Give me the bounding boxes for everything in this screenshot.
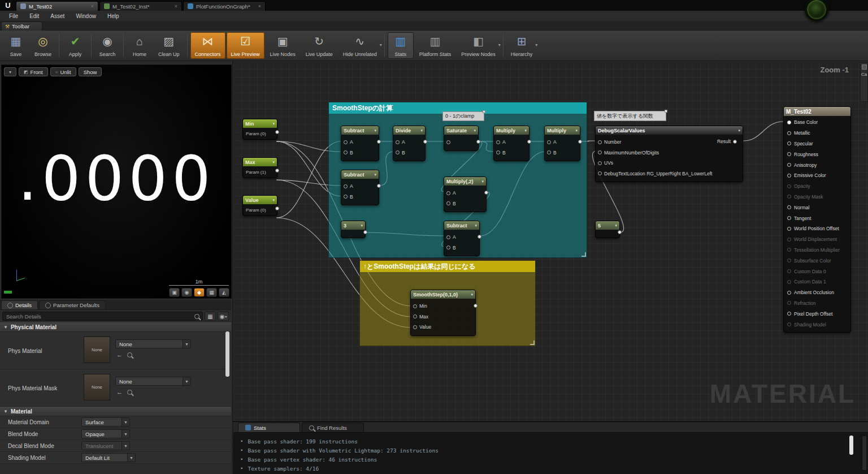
output-pin[interactable] xyxy=(484,191,488,195)
input-pin-a[interactable]: A xyxy=(444,232,479,243)
input-pin[interactable] xyxy=(444,137,478,148)
output-pin[interactable] xyxy=(527,140,531,144)
input-pin-b[interactable]: B xyxy=(393,148,425,158)
output-pin[interactable] xyxy=(423,140,427,144)
comment-0-1-clamp[interactable]: 0 - 1のclamp xyxy=(442,111,484,121)
connectors-button[interactable]: ⋈Connectors xyxy=(190,32,225,59)
output-pin[interactable] xyxy=(275,169,279,173)
viewport-option-icon-5[interactable]: ◭ xyxy=(219,288,229,297)
stats-scrollbar[interactable] xyxy=(862,436,867,471)
menu-help[interactable]: Help xyxy=(102,12,125,20)
input-pin-value[interactable]: Value xyxy=(411,322,475,333)
input-pin-b[interactable]: B xyxy=(444,199,486,209)
save-button[interactable]: ▦Save xyxy=(3,32,29,59)
section-material[interactable]: ▼ Material xyxy=(0,407,231,416)
input-pin-maximumnumberofdigits[interactable]: MaximumNumberOfDigits xyxy=(596,148,743,158)
node-divide[interactable]: Divide▾AB xyxy=(393,126,426,161)
viewport-unlit-button[interactable]: ○Unlit xyxy=(50,67,76,76)
live-nodes-button[interactable]: ▣Live Nodes xyxy=(266,32,300,59)
preview-nodes-button[interactable]: ◧Preview Nodes▾ xyxy=(457,32,500,59)
output-pin[interactable] xyxy=(363,230,367,234)
output-property-tangent[interactable]: Tangent xyxy=(784,213,850,223)
preview-viewport[interactable]: ▾◩Front○UnlitShow .0000 1m ▣◉◆▦◭ xyxy=(1,64,232,299)
browse-button[interactable]: ◎Browse xyxy=(30,32,56,59)
input-pin-debugtextlocation-rg-upperright-ba-lowerleft[interactable]: DebugTextLocation RG_UpperRight BA_Lower… xyxy=(596,169,743,179)
node-3[interactable]: 3▾ xyxy=(341,221,366,238)
details-scrollbar[interactable] xyxy=(225,331,229,377)
output-property-world-position-offset[interactable]: World Position Offset xyxy=(784,223,850,234)
output-property-ambient-occlusion[interactable]: Ambient Occlusion xyxy=(784,287,850,298)
output-pin[interactable] xyxy=(275,130,279,134)
node-max[interactable]: Max▾Param (1) xyxy=(242,157,277,178)
stats-scrollbar-thumb[interactable] xyxy=(849,436,853,455)
output-pin[interactable] xyxy=(478,235,481,239)
output-pin-result[interactable]: Result xyxy=(717,139,737,144)
asset-thumbnail[interactable]: None xyxy=(84,337,110,363)
output-pin[interactable] xyxy=(618,230,622,234)
chevron-down-icon[interactable]: ▾ xyxy=(380,42,382,48)
input-pin-min[interactable]: Min xyxy=(411,301,475,312)
window-tab-m-test02[interactable]: M_Test02× xyxy=(16,1,98,11)
viewport-option-icon-1[interactable]: ▣ xyxy=(169,288,180,297)
clean-up-button[interactable]: ▨Clean Up xyxy=(154,32,184,59)
use-selected-icon[interactable]: ← xyxy=(116,351,123,358)
node-debugscalarvalues[interactable]: DebugScalarValues▾NumberMaximumNumberOfD… xyxy=(595,126,743,182)
menu-file[interactable]: File xyxy=(3,12,24,20)
input-pin-b[interactable]: B xyxy=(545,148,580,158)
resize-handle[interactable] xyxy=(581,252,586,257)
live-preview-button[interactable]: ☑Live Preview xyxy=(227,32,264,59)
output-property-pixel-depth-offset[interactable]: Pixel Depth Offset xyxy=(784,308,850,319)
window-tab-plotfunctionongraph[interactable]: PlotFunctionOnGraph*× xyxy=(183,1,266,11)
output-property-roughness[interactable]: Roughness xyxy=(784,149,850,160)
output-pin[interactable] xyxy=(377,184,381,188)
visibility-filter-button[interactable]: ◉▾ xyxy=(218,312,229,321)
blend-mode-select[interactable]: Opaque▼ xyxy=(81,429,130,438)
close-tab-icon[interactable]: × xyxy=(91,3,94,9)
input-pin-a[interactable]: A xyxy=(393,137,425,148)
viewport-option-icon-4[interactable]: ▦ xyxy=(206,288,217,297)
menu-edit[interactable]: Edit xyxy=(24,12,45,20)
node-multiply[interactable]: Multiply▾AB xyxy=(493,126,530,161)
node-multiply[interactable]: Multiply▾AB xyxy=(544,126,580,161)
input-pin-b[interactable]: B xyxy=(341,148,379,158)
output-property-base-color[interactable]: Base Color xyxy=(784,117,850,128)
input-pin-b[interactable]: B xyxy=(494,148,529,158)
input-pin-a[interactable]: A xyxy=(341,137,379,148)
collapsed-panel-tab[interactable]: Ca xyxy=(860,62,868,102)
output-property-emissive-color[interactable]: Emissive Color xyxy=(784,170,850,181)
material-domain-select[interactable]: Surface▼ xyxy=(81,417,130,426)
hide-unrelated-button[interactable]: ∿Hide Unrelated▾ xyxy=(338,32,381,59)
window-tab-m-test02-inst[interactable]: M_Test02_Inst*× xyxy=(99,1,182,11)
toolbar-tab[interactable]: ⚒ Toolbar xyxy=(1,21,42,31)
viewport-option-icon-3[interactable]: ◆ xyxy=(194,288,205,297)
search-button[interactable]: ◉Search xyxy=(94,32,120,59)
section-physical-material[interactable]: ▼ Physical Material xyxy=(0,322,231,332)
chevron-down-icon[interactable]: ▾ xyxy=(535,42,537,48)
grid-view-button[interactable]: ▦ xyxy=(205,312,216,321)
node-smoothstep-0-1-0[interactable]: SmoothStep(0,1,0)▾MinMaxValue xyxy=(410,290,476,336)
hierarchy-button[interactable]: ⊞Hierarchy▾ xyxy=(506,32,537,59)
comment-item[interactable]: 値を数字で表示する関数 xyxy=(594,111,666,121)
apply-button[interactable]: ✔Apply xyxy=(62,32,88,59)
output-property-normal[interactable]: Normal xyxy=(784,202,850,213)
home-button[interactable]: ⌂Home xyxy=(127,32,153,59)
node-subtract[interactable]: Subtract▾AB xyxy=(341,170,379,205)
shading-model-select[interactable]: Default Lit▼ xyxy=(81,453,136,462)
input-pin-a[interactable]: A xyxy=(494,137,529,148)
tab-stats[interactable]: Stats xyxy=(238,423,300,432)
input-pin-a[interactable]: A xyxy=(545,137,580,148)
menu-asset[interactable]: Asset xyxy=(45,12,70,20)
viewport-show-button[interactable]: Show xyxy=(79,67,102,76)
graph-canvas[interactable]: Zoom -1 MATERIAL Ca SmoothStepの計算↑とSmoot… xyxy=(232,61,868,421)
viewport-dropdown-button[interactable]: ▾ xyxy=(4,67,16,76)
search-details-input[interactable] xyxy=(2,312,203,321)
viewport-option-icon-2[interactable]: ◉ xyxy=(181,288,192,297)
node-min[interactable]: Min▾Param (0) xyxy=(242,119,277,140)
asset-select[interactable]: None▼ xyxy=(115,339,191,348)
tab-parameter-defaults[interactable]: Parameter Defaults xyxy=(39,300,106,309)
stats-button[interactable]: ▥Stats xyxy=(388,32,414,59)
output-property-anisotropy[interactable]: Anisotropy xyxy=(784,160,850,170)
node-multiply-2[interactable]: Multiply(,2)▾AB xyxy=(444,176,487,212)
tab-details[interactable]: Details xyxy=(1,300,38,309)
output-pin[interactable] xyxy=(474,304,478,308)
